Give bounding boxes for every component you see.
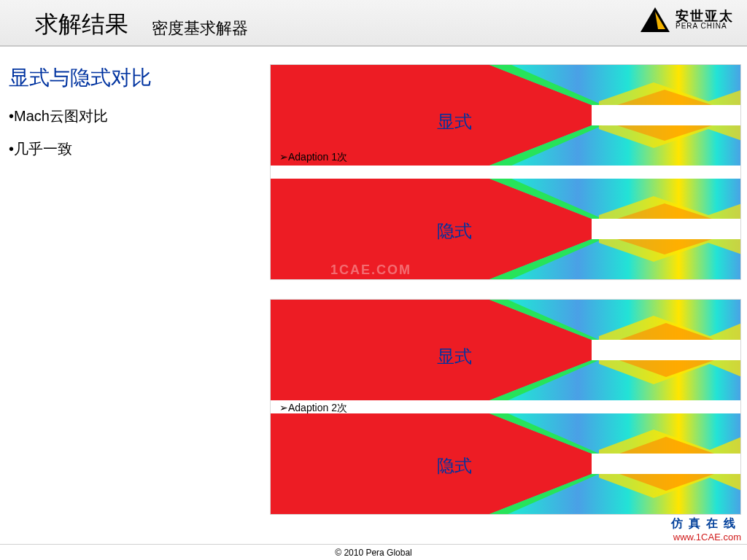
- bullet-item: •几乎一致: [9, 139, 198, 159]
- cfd-panel-2: 显式 隐式 ➢Adaption 2次: [270, 299, 741, 515]
- section-heading: 显式与隐式对比: [9, 64, 198, 92]
- logo-text-en: PERA CHINA: [676, 23, 734, 30]
- corner-brand: 仿真在线 www.1CAE.com: [671, 516, 741, 542]
- svg-marker-0: [640, 7, 670, 32]
- label-explicit: 显式: [437, 110, 472, 133]
- page-subtitle: 密度基求解器: [152, 18, 248, 39]
- cfd-panel-1: 显式 隐式 ➢Adaption 1次 1CAE.COM: [270, 64, 741, 280]
- watermark-text: 1CAE.COM: [330, 262, 411, 278]
- copyright-text: © 2010 Pera Global: [335, 548, 412, 558]
- adaption-label: ➢Adaption 2次: [279, 402, 347, 415]
- triangle-icon: [640, 7, 670, 32]
- bullet-item: •Mach云图对比: [9, 106, 198, 126]
- brand-logo: 安世亚太 PERA CHINA: [640, 7, 734, 32]
- label-implicit: 隐式: [437, 454, 472, 478]
- svg-rect-22: [592, 219, 741, 239]
- logo-text-cn: 安世亚太: [676, 9, 734, 23]
- cfd-contour-implicit: [271, 413, 741, 514]
- content-area: 显式 隐式 ➢Adaption 1次 1CAE.COM: [270, 64, 741, 534]
- svg-rect-32: [592, 340, 741, 360]
- corner-brand-cn: 仿真在线: [671, 516, 741, 532]
- svg-rect-42: [592, 454, 741, 474]
- corner-brand-url: www.1CAE.com: [671, 532, 741, 542]
- label-implicit: 隐式: [437, 219, 472, 243]
- sidebar: 显式与隐式对比 •Mach云图对比 •几乎一致: [9, 64, 198, 172]
- adaption-label: ➢Adaption 1次: [279, 151, 347, 164]
- header-bar: 求解结果 密度基求解器 安世亚太 PERA CHINA: [0, 0, 747, 47]
- page-title: 求解结果: [35, 9, 128, 41]
- label-explicit: 显式: [437, 345, 472, 368]
- footer-bar: © 2010 Pera Global: [0, 544, 747, 560]
- svg-rect-12: [592, 105, 741, 125]
- cfd-contour-explicit: [271, 300, 741, 400]
- slide: 求解结果 密度基求解器 安世亚太 PERA CHINA 显式与隐式对比 •Mac…: [0, 0, 747, 560]
